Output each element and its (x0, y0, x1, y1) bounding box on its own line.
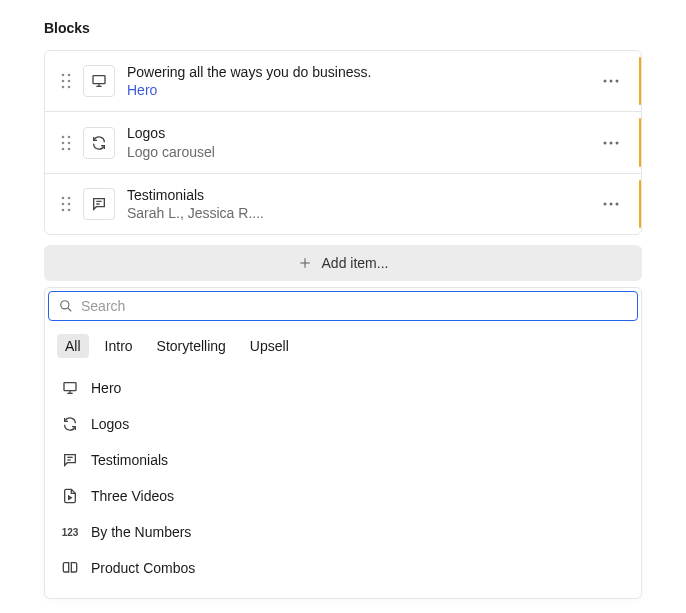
option-label: Hero (91, 380, 121, 396)
svg-point-25 (62, 209, 65, 212)
blocks-list: Powering all the ways you do business. H… (44, 50, 642, 235)
svg-point-4 (62, 86, 65, 89)
block-text: Logos Logo carousel (127, 124, 597, 160)
svg-point-29 (604, 202, 607, 205)
block-text: Testimonials Sarah L., Jessica R.... (127, 186, 597, 222)
filter-chip-storytelling[interactable]: Storytelling (149, 334, 234, 358)
option-label: Logos (91, 416, 129, 432)
section-title: Blocks (44, 20, 642, 36)
file-video-icon (61, 487, 79, 505)
svg-point-2 (62, 80, 65, 83)
svg-point-12 (62, 135, 65, 138)
svg-point-1 (68, 74, 71, 77)
refresh-icon (61, 415, 79, 433)
svg-point-14 (62, 141, 65, 144)
add-item-label: Add item... (322, 255, 389, 271)
option-logos[interactable]: Logos (51, 406, 635, 442)
svg-marker-41 (69, 496, 72, 499)
svg-point-0 (62, 74, 65, 77)
svg-point-16 (62, 147, 65, 150)
refresh-icon (83, 127, 115, 159)
numbers-icon: 123 (61, 523, 79, 541)
svg-point-10 (610, 80, 613, 83)
block-text: Powering all the ways you do business. H… (127, 63, 597, 99)
option-label: Three Videos (91, 488, 174, 504)
drag-handle-icon[interactable] (55, 196, 77, 212)
svg-point-26 (68, 209, 71, 212)
svg-line-35 (68, 308, 71, 311)
search-icon (59, 299, 73, 313)
svg-point-34 (61, 301, 69, 309)
option-label: By the Numbers (91, 524, 191, 540)
svg-point-20 (616, 141, 619, 144)
block-row[interactable]: Testimonials Sarah L., Jessica R.... (45, 174, 641, 234)
svg-point-11 (616, 80, 619, 83)
svg-point-15 (68, 141, 71, 144)
add-item-button[interactable]: Add item... (44, 245, 642, 281)
monitor-icon (61, 379, 79, 397)
svg-point-30 (610, 202, 613, 205)
search-input[interactable] (81, 298, 627, 314)
svg-point-17 (68, 147, 71, 150)
message-icon (83, 188, 115, 220)
svg-rect-6 (93, 76, 105, 84)
option-label: Product Combos (91, 560, 195, 576)
option-list: Hero Logos Testimonials Three Videos (45, 366, 641, 590)
book-icon (61, 559, 79, 577)
svg-point-13 (68, 135, 71, 138)
option-three-videos[interactable]: Three Videos (51, 478, 635, 514)
message-icon (61, 451, 79, 469)
block-subtitle: Logo carousel (127, 143, 597, 161)
drag-handle-icon[interactable] (55, 73, 77, 89)
block-row[interactable]: Logos Logo carousel (45, 112, 641, 173)
svg-point-19 (610, 141, 613, 144)
more-options-button[interactable] (597, 67, 625, 95)
svg-point-23 (62, 203, 65, 206)
block-title: Powering all the ways you do business. (127, 63, 597, 81)
monitor-icon (83, 65, 115, 97)
svg-point-9 (604, 80, 607, 83)
row-accent (639, 118, 641, 166)
filter-chip-intro[interactable]: Intro (97, 334, 141, 358)
filter-chip-all[interactable]: All (57, 334, 89, 358)
more-options-button[interactable] (597, 129, 625, 157)
plus-icon (298, 256, 312, 270)
option-by-the-numbers[interactable]: 123 By the Numbers (51, 514, 635, 550)
block-row[interactable]: Powering all the ways you do business. H… (45, 51, 641, 112)
filter-chip-upsell[interactable]: Upsell (242, 334, 297, 358)
svg-point-31 (616, 202, 619, 205)
svg-point-22 (68, 197, 71, 200)
drag-handle-icon[interactable] (55, 135, 77, 151)
svg-point-18 (604, 141, 607, 144)
svg-point-21 (62, 197, 65, 200)
more-options-button[interactable] (597, 190, 625, 218)
block-subtitle: Sarah L., Jessica R.... (127, 204, 597, 222)
svg-rect-36 (64, 383, 76, 391)
block-title: Testimonials (127, 186, 597, 204)
block-title: Logos (127, 124, 597, 142)
option-product-combos[interactable]: Product Combos (51, 550, 635, 586)
filter-row: All Intro Storytelling Upsell (45, 324, 641, 366)
svg-point-24 (68, 203, 71, 206)
svg-point-5 (68, 86, 71, 89)
svg-point-3 (68, 80, 71, 83)
option-testimonials[interactable]: Testimonials (51, 442, 635, 478)
row-accent (639, 180, 641, 228)
option-hero[interactable]: Hero (51, 370, 635, 406)
row-accent (639, 57, 641, 105)
add-item-dropdown: All Intro Storytelling Upsell Hero Logos (44, 287, 642, 599)
search-field[interactable] (48, 291, 638, 321)
option-label: Testimonials (91, 452, 168, 468)
block-subtitle[interactable]: Hero (127, 81, 597, 99)
